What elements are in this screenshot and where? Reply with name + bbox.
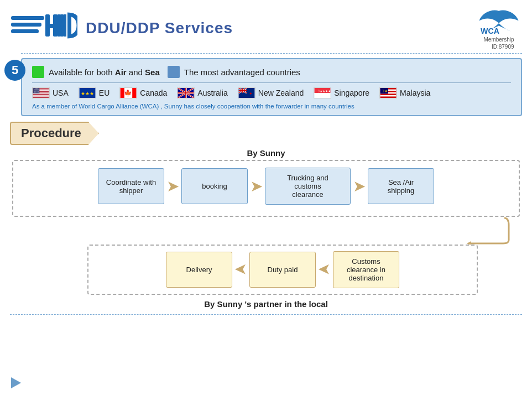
- curve-arrow-svg: [466, 217, 510, 245]
- svg-rect-15: [33, 94, 49, 95]
- arrow-1-icon: ➤: [166, 177, 179, 195]
- legend-row: Available for both Air and Sea The most …: [32, 66, 511, 78]
- arrow-2-icon: ➤: [250, 177, 263, 195]
- svg-marker-72: [467, 241, 471, 245]
- malaysia-flag-icon: ☽★: [379, 87, 397, 98]
- wca-note: As a member of World Cargo Alliance (WCA…: [32, 103, 511, 110]
- step-trucking: Trucking andcustomsclearance: [265, 168, 351, 205]
- svg-rect-1: [11, 23, 41, 27]
- logo-area: DDU/DDP Services: [11, 12, 233, 45]
- svg-rect-42: [132, 88, 136, 98]
- green-square-icon: [32, 66, 44, 78]
- svg-point-20: [35, 89, 35, 89]
- flag-australia: Australia: [177, 87, 227, 98]
- bottom-triangle-icon: [11, 377, 21, 388]
- svg-point-33: [34, 91, 35, 92]
- legend-air-sea: Available for both Air and Sea: [32, 66, 160, 78]
- svg-point-34: [35, 91, 36, 92]
- flag-singapore: ☽★★★★★ Singapore: [314, 87, 369, 98]
- arrow-3-icon: ➤: [353, 177, 366, 195]
- bottom-divider: [10, 314, 522, 315]
- svg-point-36: [38, 91, 39, 92]
- svg-point-32: [39, 91, 39, 91]
- divider: [32, 82, 511, 83]
- svg-rect-16: [33, 96, 49, 96]
- wca-badge: WCA Membership ID:87909: [477, 6, 521, 50]
- australia-flag-icon: [177, 87, 195, 98]
- flag-australia-label: Australia: [197, 89, 227, 97]
- legend-air-sea-text: Available for both Air and Sea: [49, 67, 160, 77]
- svg-point-29: [35, 91, 35, 91]
- top-flow-container: Coordinate withshipper ➤ booking ➤ Truck…: [12, 160, 520, 217]
- step-customs-dest: Customsclearance indestination: [333, 251, 399, 288]
- by-sunny-label: By Sunny: [10, 148, 522, 158]
- step-number-badge: 5: [4, 60, 25, 81]
- flag-eu: ★★★ EU: [79, 87, 109, 98]
- procedure-label-row: Procedure: [10, 122, 522, 145]
- svg-text:☽★★★★★: ☽★★★★★: [317, 89, 331, 93]
- svg-point-23: [39, 89, 39, 89]
- wca-membership-text: Membership ID:87909: [483, 36, 514, 50]
- bottom-flow-row: Delivery ➤ Duty paid ➤ Customsclearance …: [94, 251, 471, 288]
- step-shipping: Sea /Airshipping: [368, 168, 434, 204]
- new-zealand-flag-icon: ✦: [238, 87, 255, 98]
- svg-point-28: [34, 91, 34, 91]
- svg-text:★★★: ★★★: [81, 91, 94, 96]
- legend-countries: The most advantaged countries: [168, 66, 300, 78]
- flag-canada-label: Canada: [140, 89, 167, 97]
- svg-rect-69: [380, 95, 397, 97]
- page-title: DDU/DDP Services: [86, 19, 233, 37]
- curve-connector: [12, 217, 520, 245]
- svg-text:☽★: ☽★: [381, 89, 388, 93]
- info-box: Available for both Air and Sea The most …: [21, 58, 522, 116]
- top-flow-row: Coordinate withshipper ➤ booking ➤ Truck…: [19, 168, 513, 205]
- svg-rect-64: [315, 93, 331, 98]
- svg-rect-5: [53, 14, 58, 37]
- svg-text:🍁: 🍁: [124, 89, 133, 97]
- full-flow-section: By Sunny Coordinate withshipper ➤ bookin…: [10, 148, 522, 309]
- svg-rect-17: [33, 97, 49, 98]
- svg-text:WCA: WCA: [481, 27, 499, 35]
- flag-eu-label: EU: [99, 89, 109, 97]
- flag-new-zealand-label: New Zealand: [258, 89, 304, 97]
- canada-flag-icon: 🍁: [119, 87, 137, 98]
- flag-usa: USA: [32, 87, 69, 98]
- usa-flag-icon: [32, 87, 50, 98]
- flag-canada: 🍁 Canada: [119, 87, 167, 98]
- svg-point-31: [37, 91, 38, 91]
- svg-point-30: [36, 91, 36, 91]
- svg-point-25: [35, 90, 36, 90]
- legend-countries-text: The most advantaged countries: [184, 67, 300, 77]
- svg-rect-2: [11, 29, 39, 33]
- procedure-section: Procedure: [10, 122, 522, 145]
- svg-point-21: [36, 89, 36, 89]
- step-duty-paid: Duty paid: [249, 252, 316, 288]
- svg-point-27: [38, 90, 39, 90]
- singapore-flag-icon: ☽★★★★★: [314, 87, 331, 98]
- bottom-flow-container: Delivery ➤ Duty paid ➤ Customsclearance …: [87, 245, 478, 295]
- flag-malaysia: ☽★ Malaysia: [379, 87, 430, 98]
- svg-point-26: [36, 90, 37, 90]
- svg-point-35: [36, 91, 37, 92]
- arrow-back-1-icon: ➤: [234, 261, 247, 279]
- flag-new-zealand: ✦ New Zealand: [238, 87, 304, 98]
- flags-row: USA ★★★ EU 🍁 Canada: [32, 87, 511, 98]
- svg-point-19: [34, 89, 34, 89]
- svg-rect-52: [185, 88, 186, 98]
- eu-flag-icon: ★★★: [79, 87, 96, 98]
- arrow-back-2-icon: ➤: [318, 261, 331, 279]
- hmd-logo: [11, 12, 77, 45]
- flag-singapore-label: Singapore: [334, 89, 369, 97]
- svg-point-22: [37, 89, 38, 89]
- svg-point-24: [34, 90, 35, 90]
- step-coordinate: Coordinate withshipper: [98, 168, 164, 204]
- svg-rect-61: [242, 88, 243, 93]
- by-partner-label: By Sunny 's partner in the local: [10, 299, 522, 309]
- blue-square-icon: [168, 66, 180, 78]
- svg-rect-0: [11, 16, 44, 20]
- step-delivery: Delivery: [166, 252, 232, 288]
- flag-malaysia-label: Malaysia: [400, 89, 430, 97]
- wca-logo: WCA: [477, 6, 521, 36]
- step-booking: booking: [181, 168, 248, 204]
- svg-text:✦: ✦: [248, 91, 252, 96]
